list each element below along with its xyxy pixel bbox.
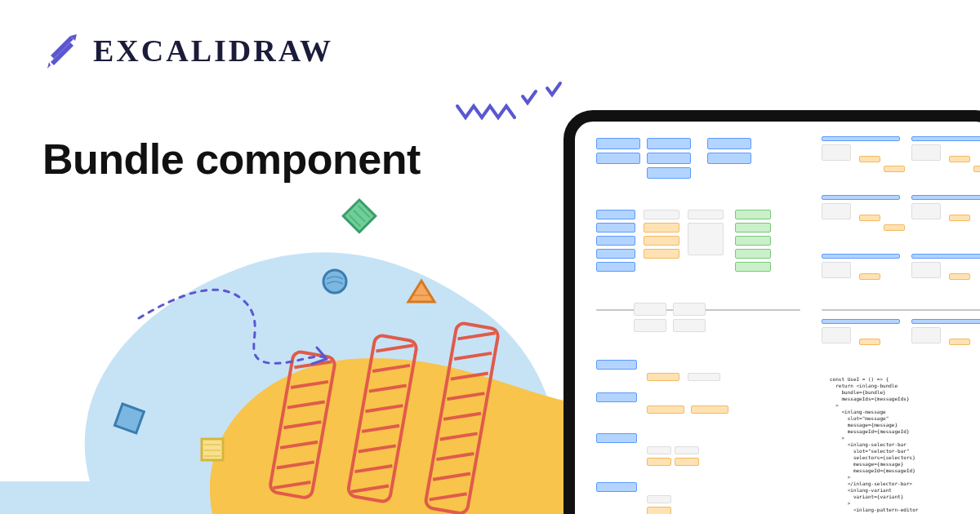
mini-box <box>884 224 905 231</box>
mini-box <box>949 339 970 345</box>
mini-box <box>859 339 880 345</box>
mini-header <box>822 254 900 259</box>
mini-box <box>822 144 851 161</box>
mini-box <box>644 249 679 259</box>
mini-box <box>596 236 635 246</box>
svg-line-7 <box>273 476 310 494</box>
mini-box <box>675 446 699 454</box>
mini-box <box>735 262 771 272</box>
triangle-orange-icon <box>408 281 434 302</box>
mini-box <box>596 433 637 443</box>
logo-mark-icon <box>42 31 82 70</box>
mini-box <box>911 327 941 343</box>
mini-box <box>973 166 980 172</box>
mini-box <box>707 138 751 149</box>
code-snippet: const UseI = () => { return <inlang-bund… <box>830 376 980 514</box>
mini-box <box>859 156 880 162</box>
svg-line-9 <box>376 339 413 357</box>
mini-box <box>647 458 671 466</box>
mini-box <box>911 262 941 278</box>
svg-rect-33 <box>202 439 223 460</box>
svg-line-18 <box>457 327 495 345</box>
mini-box <box>647 167 691 179</box>
mini-box <box>673 319 706 332</box>
mini-box <box>634 319 666 332</box>
brand-logo: EXCALIDRAW <box>42 31 333 70</box>
svg-line-29 <box>354 210 365 222</box>
svg-rect-17 <box>425 322 499 514</box>
mini-box <box>647 405 684 414</box>
mini-box <box>859 215 880 221</box>
svg-rect-8 <box>347 335 417 503</box>
mini-header <box>911 319 980 324</box>
mini-box <box>859 273 880 280</box>
mini-box <box>911 144 941 161</box>
svg-line-26 <box>430 488 467 506</box>
mini-header <box>822 319 900 324</box>
mini-box <box>647 507 671 514</box>
mini-header <box>822 136 900 141</box>
svg-line-6 <box>277 456 314 474</box>
mini-box <box>644 236 679 246</box>
checkmarks-purple-icon <box>523 83 560 103</box>
square-blue-icon <box>114 404 144 433</box>
svg-line-11 <box>369 379 407 397</box>
mini-header <box>911 254 980 259</box>
mini-box <box>596 249 635 259</box>
svg-line-5 <box>280 436 318 454</box>
svg-line-14 <box>359 440 396 458</box>
mini-box <box>596 210 635 219</box>
mini-box <box>822 327 851 343</box>
mini-box <box>596 153 640 164</box>
svg-line-13 <box>362 419 399 437</box>
mini-box <box>735 249 771 259</box>
svg-line-23 <box>440 428 478 445</box>
mini-box <box>735 223 771 233</box>
mini-box <box>596 392 637 402</box>
whiteboard-canvas: const UseI = () => { return <inlang-bund… <box>585 131 980 514</box>
mini-box <box>634 303 666 316</box>
circle-blue-icon <box>323 270 346 293</box>
svg-rect-0 <box>270 351 336 498</box>
svg-line-1 <box>294 356 332 374</box>
svg-line-19 <box>454 347 492 365</box>
mini-box <box>691 405 728 414</box>
divider <box>822 309 980 311</box>
svg-line-30 <box>349 215 360 226</box>
mini-box <box>949 156 970 162</box>
zigzag-purple-icon <box>457 106 514 117</box>
mini-box <box>596 482 637 492</box>
mini-box <box>675 458 699 466</box>
svg-line-28 <box>359 206 370 217</box>
svg-rect-37 <box>114 404 144 433</box>
page-title: Bundle component <box>42 135 421 184</box>
mini-box <box>949 273 970 280</box>
mini-box <box>707 153 751 164</box>
mini-box <box>596 138 640 149</box>
mini-box <box>647 495 671 503</box>
mini-box <box>949 215 970 221</box>
mini-box <box>596 360 637 370</box>
mini-box <box>644 210 679 219</box>
mini-header <box>911 136 980 141</box>
mini-box <box>735 210 771 219</box>
mini-box <box>647 138 691 149</box>
svg-line-10 <box>372 359 410 377</box>
mini-header <box>822 195 900 200</box>
mini-header <box>911 195 980 200</box>
mini-box <box>822 203 851 219</box>
svg-line-3 <box>287 396 325 414</box>
tablet-preview: const UseI = () => { return <inlang-bund… <box>564 110 980 514</box>
svg-line-22 <box>443 407 481 425</box>
dashed-arrow-icon <box>139 290 327 364</box>
mini-box <box>596 262 635 272</box>
mini-box <box>647 153 691 164</box>
svg-point-31 <box>323 270 346 293</box>
brand-name: EXCALIDRAW <box>93 33 333 69</box>
svg-line-21 <box>447 387 484 405</box>
diamond-green-icon <box>343 200 376 233</box>
svg-line-25 <box>433 467 470 485</box>
mini-box <box>911 203 941 219</box>
mini-box <box>596 223 635 233</box>
svg-line-12 <box>365 399 403 417</box>
